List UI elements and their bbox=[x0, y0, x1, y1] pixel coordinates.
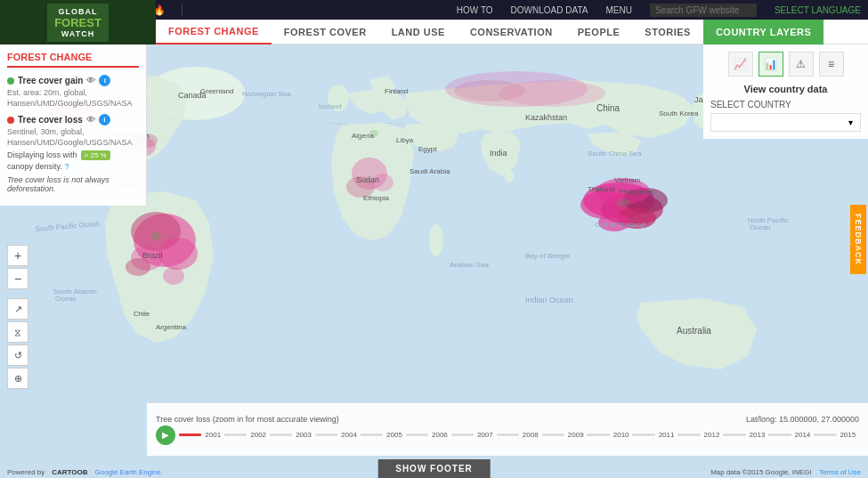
terms-link[interactable]: Terms of Use bbox=[819, 468, 861, 476]
canopy-badge[interactable]: > 25 % bbox=[81, 150, 110, 160]
canopy-help-link[interactable]: ? bbox=[64, 162, 69, 171]
year-2014[interactable]: 2014 bbox=[791, 431, 814, 439]
svg-text:Philippines: Philippines bbox=[619, 188, 653, 196]
loss-layer-header[interactable]: Tree cover loss 👁 i bbox=[7, 114, 139, 126]
svg-text:Norwegian Sea: Norwegian Sea bbox=[242, 90, 291, 98]
refresh-button[interactable]: ↺ bbox=[7, 344, 28, 366]
loss-dot bbox=[7, 117, 14, 124]
select-country-dropdown[interactable]: ▾ bbox=[710, 113, 861, 132]
zoom-out-button[interactable]: − bbox=[7, 268, 28, 289]
tree-cover-loss-layer: Tree cover loss 👁 i Sentinel, 30m, globa… bbox=[7, 114, 139, 193]
year-bar-7[interactable] bbox=[497, 433, 519, 436]
search-location-button[interactable]: ⊕ bbox=[7, 368, 28, 389]
loss-label: Tree cover loss bbox=[18, 115, 83, 125]
layers-icon-btn[interactable]: ≡ bbox=[819, 52, 844, 77]
how-to-link[interactable]: HOW TO bbox=[457, 5, 493, 15]
year-bar-10[interactable] bbox=[632, 433, 654, 436]
svg-point-5 bbox=[505, 170, 514, 182]
svg-text:Arabian Sea: Arabian Sea bbox=[450, 261, 490, 269]
gain-label: Tree cover gain bbox=[18, 76, 83, 85]
year-2015[interactable]: 2015 bbox=[837, 431, 859, 439]
svg-text:Finland: Finland bbox=[385, 87, 408, 95]
year-bar-6[interactable] bbox=[451, 433, 474, 436]
year-bar-13[interactable] bbox=[768, 433, 791, 436]
graph-icon-btn[interactable]: 📊 bbox=[758, 52, 783, 77]
year-bar-9[interactable] bbox=[587, 433, 609, 436]
svg-text:China: China bbox=[596, 103, 621, 113]
svg-text:Australia: Australia bbox=[677, 326, 711, 336]
menu-link[interactable]: MENU bbox=[605, 5, 631, 15]
tab-conservation[interactable]: CONSERVATION bbox=[458, 20, 565, 45]
share-button[interactable]: ↗ bbox=[7, 298, 28, 320]
svg-point-18 bbox=[163, 267, 184, 285]
year-2008[interactable]: 2008 bbox=[519, 431, 541, 439]
year-2001[interactable]: 2001 bbox=[201, 431, 223, 439]
svg-text:Brazil: Brazil bbox=[142, 251, 163, 260]
svg-text:Ocean: Ocean bbox=[750, 223, 771, 231]
year-bar-4[interactable] bbox=[361, 433, 383, 436]
year-bar-0[interactable] bbox=[179, 433, 201, 436]
tab-forest-change[interactable]: FOREST CHANGE bbox=[156, 20, 272, 45]
svg-text:Kazakhstan: Kazakhstan bbox=[525, 113, 567, 122]
gain-layer-header[interactable]: Tree cover gain 👁 i bbox=[7, 75, 139, 86]
year-timeline: 2001 2002 2003 2004 2005 2006 2007 2008 … bbox=[179, 431, 859, 439]
svg-text:Iceland: Iceland bbox=[319, 102, 342, 110]
year-2007[interactable]: 2007 bbox=[474, 431, 496, 439]
tab-land-use[interactable]: LAND USE bbox=[379, 20, 458, 45]
year-2013[interactable]: 2013 bbox=[746, 431, 768, 439]
lat-lon-display: Lat/long: 15.000000, 27.000000 bbox=[746, 415, 859, 424]
search-input[interactable] bbox=[650, 4, 757, 17]
info-icon-gain[interactable]: i bbox=[99, 75, 110, 86]
year-2011[interactable]: 2011 bbox=[655, 431, 677, 439]
year-2010[interactable]: 2010 bbox=[610, 431, 632, 439]
download-data-link[interactable]: DOWNLOAD DATA bbox=[511, 5, 588, 15]
svg-text:Sudan: Sudan bbox=[356, 175, 379, 184]
year-2005[interactable]: 2005 bbox=[383, 431, 405, 439]
map-data-label: Map data ©2015 Google, INEGI bbox=[710, 468, 812, 476]
year-bar-8[interactable] bbox=[542, 433, 564, 436]
main-navigation: FOREST CHANGE FOREST COVER LAND USE CONS… bbox=[156, 20, 868, 45]
alert-icon-btn[interactable]: ⚠ bbox=[789, 52, 814, 77]
tab-country-layers[interactable]: COUNTRY LAYERS bbox=[703, 20, 823, 45]
year-bar-1[interactable] bbox=[224, 433, 247, 436]
show-footer-button[interactable]: SHOW FOOTER bbox=[377, 459, 491, 478]
year-bar-14[interactable] bbox=[814, 433, 836, 436]
language-selector[interactable]: SELECT LANGUAGE bbox=[775, 5, 861, 15]
zoom-controls: + − ↗ ⧖ ↺ ⊕ bbox=[7, 245, 28, 389]
svg-point-4 bbox=[429, 224, 443, 256]
zoom-in-button[interactable]: + bbox=[7, 245, 28, 266]
year-bar-12[interactable] bbox=[723, 433, 745, 436]
year-2012[interactable]: 2012 bbox=[701, 431, 723, 439]
svg-text:Chile: Chile bbox=[134, 310, 150, 318]
year-bar-5[interactable] bbox=[406, 433, 428, 436]
powered-by-label: Powered by bbox=[7, 468, 45, 476]
year-bar-11[interactable] bbox=[677, 433, 700, 436]
canopy-prefix-text: Displaying loss with bbox=[7, 150, 77, 159]
tab-forest-cover[interactable]: FOREST COVER bbox=[272, 20, 379, 45]
svg-point-15 bbox=[158, 238, 198, 270]
year-bar-2[interactable] bbox=[270, 433, 292, 436]
logo-box[interactable]: GLOBAL FOREST WATCH bbox=[47, 4, 109, 42]
year-2002[interactable]: 2002 bbox=[247, 431, 269, 439]
year-2004[interactable]: 2004 bbox=[337, 431, 360, 439]
feedback-tab[interactable]: FEEDBACK bbox=[850, 204, 866, 273]
eye-icon-gain[interactable]: 👁 bbox=[86, 76, 95, 85]
play-button[interactable]: ▶ bbox=[156, 425, 175, 445]
info-icon-loss[interactable]: i bbox=[99, 114, 110, 126]
svg-point-33 bbox=[150, 231, 161, 240]
svg-text:India: India bbox=[490, 149, 507, 158]
svg-text:Bay of Bengal: Bay of Bengal bbox=[525, 252, 570, 260]
year-bar-3[interactable] bbox=[315, 433, 337, 436]
svg-text:Ethiopia: Ethiopia bbox=[363, 194, 389, 202]
year-2003[interactable]: 2003 bbox=[292, 431, 314, 439]
tab-stories[interactable]: STORIES bbox=[632, 20, 703, 45]
eye-icon-loss[interactable]: 👁 bbox=[86, 115, 95, 125]
year-2006[interactable]: 2006 bbox=[428, 431, 450, 439]
svg-point-31 bbox=[454, 80, 525, 101]
chart-icon-btn[interactable]: 📈 bbox=[728, 52, 753, 77]
bookmark-button[interactable]: ⧖ bbox=[7, 321, 28, 343]
tab-people[interactable]: PEOPLE bbox=[565, 20, 633, 45]
gain-source: Est. area: 20m, global, Hansen/UMD/Googl… bbox=[7, 88, 139, 109]
google-earth-label: Google Earth Engine bbox=[95, 468, 161, 476]
year-2009[interactable]: 2009 bbox=[564, 431, 587, 439]
